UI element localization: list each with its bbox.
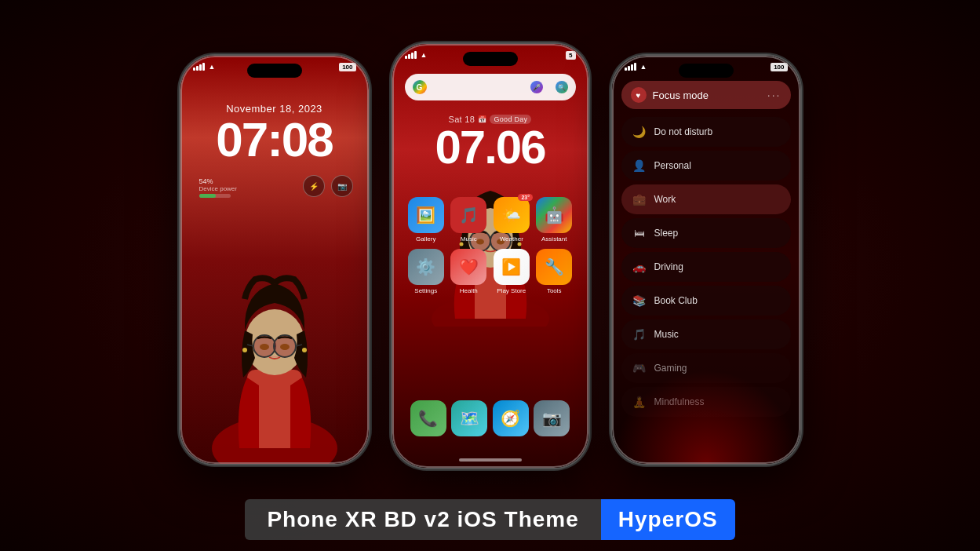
phones-container: ▲ 100 November 18, 2023 07:08 54% Device… bbox=[0, 16, 980, 504]
wifi-icon: ▲ bbox=[209, 63, 216, 71]
flashlight-button[interactable]: ⚡ bbox=[303, 175, 325, 197]
gallery-icon: 🖼️ bbox=[408, 197, 444, 233]
banner-left: Phone XR BD v2 iOS Theme bbox=[245, 499, 600, 540]
dnd-label: Do not disturb bbox=[654, 126, 713, 137]
banner-right-text: HyperOS bbox=[618, 507, 718, 531]
focus-item-bookclub[interactable]: 📚 Book Club bbox=[621, 286, 791, 316]
health-label: Health bbox=[460, 287, 478, 294]
bottom-glow bbox=[612, 370, 800, 464]
driving-label: Driving bbox=[654, 261, 683, 272]
wifi-2: ▲ bbox=[421, 51, 428, 59]
settings-icon: ⚙️ bbox=[408, 249, 444, 285]
svg-point-9 bbox=[260, 344, 269, 350]
flashlight-icon: ⚡ bbox=[309, 182, 319, 191]
battery-status-3: 100 bbox=[771, 63, 787, 71]
bottom-banner: Phone XR BD v2 iOS Theme HyperOS bbox=[0, 488, 980, 551]
weather-label: Weather bbox=[500, 235, 523, 243]
music-label: Music bbox=[461, 235, 477, 243]
music-icon: 🎵 bbox=[450, 197, 486, 233]
app-gallery[interactable]: 🖼️ Gallery bbox=[408, 197, 445, 243]
music-focus-label: Music bbox=[654, 329, 679, 340]
battery-label: Device power bbox=[199, 185, 237, 192]
battery-status-1: 100 bbox=[339, 63, 355, 71]
bar4 bbox=[634, 63, 636, 71]
lock-time: 07:08 bbox=[180, 115, 369, 164]
focus-heart-icon: ♥ bbox=[631, 87, 647, 103]
app-music[interactable]: 🎵 Music bbox=[450, 197, 487, 243]
focus-item-sleep[interactable]: 🛏 Sleep bbox=[621, 218, 791, 248]
dock-camera[interactable]: 📷 bbox=[534, 400, 570, 436]
sleep-icon: 🛏 bbox=[632, 227, 647, 239]
bookclub-label: Book Club bbox=[654, 295, 698, 306]
camera-button[interactable]: 📷 bbox=[331, 175, 353, 197]
tools-icon: 🔧 bbox=[536, 249, 572, 285]
svg-point-10 bbox=[280, 344, 290, 350]
dock-maps[interactable]: 🗺️ bbox=[451, 400, 487, 436]
bar1 bbox=[405, 56, 407, 59]
status-bar-1: ▲ 100 bbox=[193, 59, 356, 75]
google-search-bar[interactable]: G 🎤 🔍 bbox=[405, 74, 576, 100]
google-logo: G bbox=[413, 80, 427, 94]
bar2 bbox=[196, 66, 199, 71]
bar3 bbox=[411, 53, 413, 59]
bar2 bbox=[628, 66, 630, 71]
lock-controls[interactable]: ⚡ 📷 bbox=[303, 175, 353, 197]
settings-label: Settings bbox=[414, 287, 437, 294]
dock-row: 📞 🗺️ 🧭 📷 bbox=[408, 400, 573, 436]
dnd-icon: 🌙 bbox=[632, 126, 647, 138]
dock-safari[interactable]: 🧭 bbox=[493, 400, 529, 436]
signal-area: ▲ bbox=[193, 63, 216, 71]
focus-mode-title: Focus mode bbox=[653, 89, 761, 101]
app-weather[interactable]: 🌤️ 23° Weather bbox=[494, 197, 530, 243]
girl-illustration-1 bbox=[180, 213, 369, 464]
bar4 bbox=[414, 51, 417, 59]
app-health[interactable]: ❤️ Health bbox=[450, 249, 487, 294]
focus-item-music[interactable]: 🎵 Music bbox=[621, 319, 791, 349]
bar3 bbox=[199, 64, 202, 71]
phone-lockscreen: ▲ 100 November 18, 2023 07:08 54% Device… bbox=[180, 56, 369, 464]
status-bar-2: ▲ 5 bbox=[405, 47, 576, 63]
weather-icon: 🌤️ 23° bbox=[494, 197, 530, 233]
focus-item-work[interactable]: 💼 Work bbox=[621, 184, 791, 214]
signal-bars-2 bbox=[405, 51, 417, 59]
focus-more-icon[interactable]: ··· bbox=[767, 89, 781, 101]
home-time: 07.06 bbox=[392, 124, 588, 171]
status-bar-3: ▲ 100 bbox=[625, 59, 788, 75]
health-icon: ❤️ bbox=[450, 249, 486, 285]
lock-battery-info: 54% Device power bbox=[199, 177, 237, 198]
driving-icon: 🚗 bbox=[632, 261, 647, 273]
focus-item-driving[interactable]: 🚗 Driving bbox=[621, 252, 791, 282]
bar1 bbox=[193, 68, 195, 71]
phone-focus: ▲ 100 ♥ Focus mode ··· 🌙 Do not disturb … bbox=[612, 56, 800, 464]
camera-icon: 📷 bbox=[337, 182, 347, 191]
assistant-label: Assistant bbox=[541, 235, 567, 243]
play-icon: ▶️ bbox=[494, 249, 530, 285]
signal-bars-3 bbox=[625, 63, 636, 71]
tools-label: Tools bbox=[547, 287, 562, 294]
signal-area-2: ▲ bbox=[405, 51, 428, 59]
play-label: Play Store bbox=[497, 287, 526, 294]
assistant-icon: 🤖 bbox=[536, 197, 572, 233]
voice-search-button[interactable]: 🎤 bbox=[530, 81, 543, 93]
app-assistant[interactable]: 🤖 Assistant bbox=[536, 197, 573, 243]
battery-fill bbox=[199, 194, 217, 198]
work-icon: 💼 bbox=[632, 193, 647, 206]
wifi-3: ▲ bbox=[640, 63, 647, 71]
focus-item-personal[interactable]: 👤 Personal bbox=[621, 151, 791, 181]
app-playstore[interactable]: ▶️ Play Store bbox=[494, 249, 530, 294]
dock-phone[interactable]: 📞 bbox=[410, 400, 446, 436]
gallery-label: Gallery bbox=[416, 235, 435, 243]
focus-item-dnd[interactable]: 🌙 Do not disturb bbox=[621, 117, 791, 147]
app-settings[interactable]: ⚙️ Settings bbox=[408, 249, 445, 294]
weather-badge: 23° bbox=[518, 194, 533, 201]
personal-label: Personal bbox=[654, 160, 691, 171]
focus-mode-header[interactable]: ♥ Focus mode ··· bbox=[621, 81, 791, 109]
app-tools[interactable]: 🔧 Tools bbox=[536, 249, 573, 294]
lens-button[interactable]: 🔍 bbox=[556, 81, 568, 93]
banner-right: HyperOS bbox=[601, 499, 735, 540]
bookclub-icon: 📚 bbox=[632, 294, 647, 307]
bar1 bbox=[625, 68, 627, 71]
personal-icon: 👤 bbox=[632, 159, 647, 172]
signal-bars bbox=[193, 63, 205, 71]
signal-area-3: ▲ bbox=[625, 63, 647, 71]
